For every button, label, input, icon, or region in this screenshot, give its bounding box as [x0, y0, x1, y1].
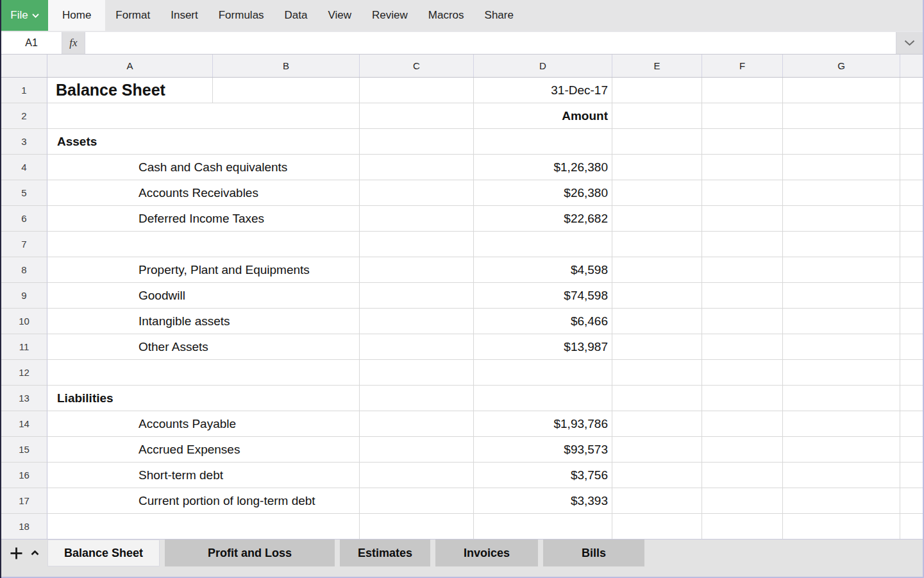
cell[interactable] [612, 514, 702, 539]
cell[interactable] [783, 78, 900, 103]
cell[interactable] [360, 437, 474, 463]
row-number[interactable]: 11 [1, 334, 47, 360]
cell[interactable] [702, 129, 783, 155]
cell[interactable] [612, 411, 702, 437]
formula-bar-expand-button[interactable] [896, 32, 923, 54]
cell[interactable] [360, 386, 474, 411]
fx-button[interactable]: fx [62, 32, 85, 54]
cell[interactable] [702, 103, 783, 129]
cell[interactable] [900, 437, 923, 463]
cell[interactable] [702, 309, 783, 334]
menu-item-share[interactable]: Share [475, 0, 524, 31]
menu-item-insert[interactable]: Insert [160, 0, 208, 31]
cell-reference-box[interactable]: A1 [1, 32, 62, 54]
sheet-tab-balance-sheet[interactable]: Balance Sheet [47, 540, 160, 566]
cell-amount[interactable]: $26,380 [474, 180, 612, 206]
menu-item-macros[interactable]: Macros [418, 0, 475, 31]
cell[interactable] [900, 488, 923, 514]
cell[interactable] [360, 514, 474, 539]
cell-amount[interactable]: $1,26,380 [474, 155, 612, 180]
cell-label[interactable] [47, 103, 360, 129]
cell-amount[interactable] [474, 129, 612, 155]
cell[interactable] [612, 257, 702, 283]
cell-label[interactable]: Property, Plant and Equipments [47, 257, 360, 283]
cell[interactable] [702, 488, 783, 514]
menu-item-formulas[interactable]: Formulas [208, 0, 274, 31]
cell-amount[interactable] [474, 386, 612, 411]
cell-label[interactable]: Current portion of long-term debt [47, 488, 360, 514]
cell[interactable] [702, 463, 783, 488]
menu-item-view[interactable]: View [318, 0, 362, 31]
cell[interactable] [612, 463, 702, 488]
cell[interactable] [900, 309, 923, 334]
row-number[interactable]: 6 [1, 206, 47, 232]
cell[interactable] [702, 334, 783, 360]
select-all-corner[interactable] [1, 55, 47, 77]
cell[interactable] [900, 283, 923, 309]
cell[interactable] [474, 514, 612, 539]
cell-amount-header[interactable]: Amount [474, 103, 612, 129]
sheet-tab-bills[interactable]: Bills [543, 540, 644, 566]
cell[interactable] [702, 155, 783, 180]
cell[interactable] [612, 309, 702, 334]
cell[interactable] [783, 488, 900, 514]
cell[interactable] [783, 103, 900, 129]
column-header-c[interactable]: C [360, 55, 474, 77]
cell-amount[interactable]: $3,393 [474, 488, 612, 514]
cell[interactable] [474, 232, 612, 257]
cell-label[interactable]: Short-term debt [47, 463, 360, 488]
cell-label[interactable]: Accrued Expenses [47, 437, 360, 463]
cell[interactable] [783, 514, 900, 539]
row-number[interactable]: 14 [1, 411, 47, 437]
cell[interactable] [360, 129, 474, 155]
cell[interactable] [360, 206, 474, 232]
cell[interactable] [213, 78, 360, 103]
column-header-g[interactable]: G [783, 55, 900, 77]
cell[interactable] [900, 129, 923, 155]
column-header-e[interactable]: E [612, 55, 702, 77]
cell-amount[interactable]: $22,682 [474, 206, 612, 232]
cell[interactable] [612, 232, 702, 257]
sheet-tab-profit-and-loss[interactable]: Profit and Loss [165, 540, 335, 566]
column-header-a[interactable]: A [47, 55, 213, 77]
cell-label[interactable]: Deferred Income Taxes [47, 206, 360, 232]
cell[interactable] [900, 78, 923, 103]
cell[interactable] [900, 463, 923, 488]
row-number[interactable]: 4 [1, 155, 47, 180]
column-header-f[interactable]: F [702, 55, 783, 77]
cell[interactable] [612, 386, 702, 411]
cell[interactable] [612, 129, 702, 155]
row-number[interactable]: 2 [1, 103, 47, 129]
cell[interactable] [900, 334, 923, 360]
cell[interactable] [702, 360, 783, 386]
cell[interactable] [900, 257, 923, 283]
column-header-d[interactable]: D [474, 55, 612, 77]
cell[interactable] [702, 283, 783, 309]
cell-amount[interactable]: $4,598 [474, 257, 612, 283]
cell[interactable] [612, 180, 702, 206]
file-menu-button[interactable]: File [1, 0, 48, 31]
cell[interactable] [702, 437, 783, 463]
cell-label[interactable]: Accounts Payable [47, 411, 360, 437]
cell-amount[interactable]: $1,93,786 [474, 411, 612, 437]
cell[interactable] [783, 283, 900, 309]
cell[interactable] [360, 232, 474, 257]
cell[interactable] [360, 283, 474, 309]
row-number[interactable]: 15 [1, 437, 47, 463]
cell[interactable] [900, 360, 923, 386]
row-number[interactable]: 5 [1, 180, 47, 206]
cell[interactable] [360, 488, 474, 514]
row-number[interactable]: 16 [1, 463, 47, 488]
cell[interactable] [783, 463, 900, 488]
column-header-b[interactable]: B [213, 55, 360, 77]
menu-item-home[interactable]: Home [48, 0, 105, 31]
menu-item-data[interactable]: Data [274, 0, 318, 31]
menu-item-review[interactable]: Review [362, 0, 418, 31]
row-number[interactable]: 3 [1, 129, 47, 155]
cell[interactable] [783, 309, 900, 334]
cell[interactable] [612, 334, 702, 360]
cell-amount[interactable]: $6,466 [474, 309, 612, 334]
cell[interactable] [612, 437, 702, 463]
cell-amount[interactable]: $74,598 [474, 283, 612, 309]
cell[interactable] [612, 283, 702, 309]
